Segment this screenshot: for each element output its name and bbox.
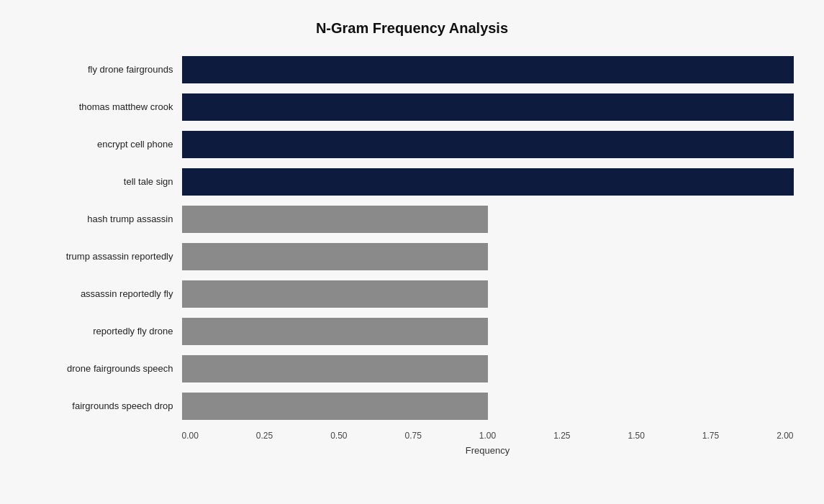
x-tick-label: 0.25: [256, 431, 273, 441]
bar-fill: [182, 318, 488, 345]
bar-row: reportedly fly drone: [31, 313, 794, 350]
bar-fill: [182, 93, 794, 121]
bar-row: fly drone fairgrounds: [31, 51, 794, 88]
x-axis-labels: 0.000.250.500.751.001.251.501.752.00: [182, 431, 794, 441]
bar-label: reportedly fly drone: [31, 326, 182, 336]
x-axis: 0.000.250.500.751.001.251.501.752.00: [182, 431, 794, 441]
bar-row: trump assassin reportedly: [31, 238, 794, 275]
bar-label: drone fairgrounds speech: [31, 363, 182, 374]
bar-label: trump assassin reportedly: [31, 251, 182, 262]
bar-track: [182, 56, 794, 83]
bar-fill: [182, 206, 488, 233]
bar-fill: [182, 243, 488, 270]
bar-row: hash trump assassin: [31, 201, 794, 238]
x-tick-label: 0.50: [330, 431, 347, 441]
bar-label: thomas matthew crook: [31, 101, 182, 112]
bar-track: [182, 318, 794, 345]
x-axis-title: Frequency: [182, 445, 794, 456]
chart-title: N-Gram Frequency Analysis: [31, 20, 794, 37]
bar-track: [182, 168, 794, 196]
bar-row: thomas matthew crook: [31, 88, 794, 126]
bar-fill: [182, 131, 794, 158]
bar-row: assassin reportedly fly: [31, 275, 794, 313]
bar-fill: [182, 168, 794, 196]
bar-track: [182, 93, 794, 121]
x-tick-label: 0.00: [182, 431, 199, 441]
bar-track: [182, 243, 794, 270]
x-tick-label: 2.00: [777, 431, 793, 441]
bar-row: drone fairgrounds speech: [31, 350, 794, 388]
chart-container: N-Gram Frequency Analysis fly drone fair…: [17, 6, 808, 499]
x-tick-label: 1.00: [479, 431, 496, 441]
bar-row: encrypt cell phone: [31, 126, 794, 163]
bar-row: tell tale sign: [31, 163, 794, 201]
bar-label: fly drone fairgrounds: [31, 64, 182, 75]
bar-label: assassin reportedly fly: [31, 288, 182, 299]
bar-label: tell tale sign: [31, 176, 182, 187]
bar-track: [182, 131, 794, 158]
bar-label: hash trump assassin: [31, 214, 182, 224]
bar-track: [182, 280, 794, 308]
x-tick-label: 1.50: [628, 431, 644, 441]
bar-fill: [182, 280, 488, 308]
bar-label: encrypt cell phone: [31, 139, 182, 150]
x-tick-label: 0.75: [404, 431, 421, 441]
bar-fill: [182, 393, 488, 420]
bar-label: fairgrounds speech drop: [31, 400, 182, 411]
bar-row: fairgrounds speech drop: [31, 388, 794, 425]
bar-track: [182, 206, 794, 233]
chart-inner: fly drone fairgroundsthomas matthew croo…: [31, 51, 794, 456]
bar-fill: [182, 56, 794, 83]
bar-fill: [182, 355, 488, 382]
chart-area: fly drone fairgroundsthomas matthew croo…: [31, 51, 794, 425]
bar-track: [182, 393, 794, 420]
x-tick-label: 1.25: [553, 431, 570, 441]
bar-track: [182, 355, 794, 382]
x-tick-label: 1.75: [702, 431, 719, 441]
